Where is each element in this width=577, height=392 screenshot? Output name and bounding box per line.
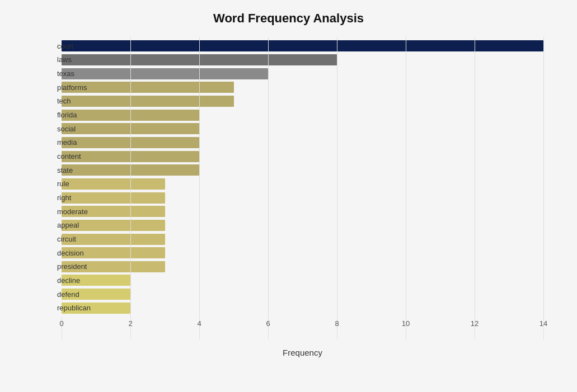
bar-row: court	[62, 39, 543, 53]
x-tick-label: 8	[335, 319, 339, 328]
bar-wrapper: media	[62, 136, 543, 149]
bar-row: laws	[62, 53, 543, 67]
x-tick-label: 0	[59, 319, 63, 328]
bar-wrapper: rule	[62, 178, 543, 190]
bar-row: decision	[62, 246, 543, 260]
bar-wrapper: president	[62, 261, 543, 273]
bar-wrapper: right	[62, 192, 543, 204]
bar	[62, 234, 165, 245]
x-tick-label: 4	[197, 319, 201, 328]
bar-wrapper: circuit	[62, 233, 543, 245]
bar	[62, 96, 234, 107]
bar	[62, 40, 543, 51]
bar-row: content	[62, 149, 543, 163]
bar	[62, 54, 337, 65]
bar	[62, 110, 199, 121]
bar-wrapper: tech	[62, 95, 543, 107]
x-tick-label: 2	[128, 319, 132, 328]
bar	[62, 178, 165, 190]
chart-container: Word Frequency Analysis courtlawstexaspl…	[0, 0, 577, 392]
bars-area: courtlawstexasplatformstechfloridasocial…	[62, 37, 543, 317]
x-tick-label: 12	[471, 319, 479, 328]
x-tick-label: 6	[266, 319, 270, 328]
bar-wrapper: decision	[62, 247, 543, 259]
bar-row: social	[62, 122, 543, 136]
bar-wrapper: texas	[62, 68, 543, 80]
bar-wrapper: republican	[62, 302, 543, 314]
bar-wrapper: defend	[62, 288, 543, 300]
bar-wrapper: moderate	[62, 205, 543, 218]
bar-row: media	[62, 136, 543, 150]
bar-row: tech	[62, 95, 543, 108]
bar-row: defend	[62, 287, 543, 301]
bar	[62, 123, 199, 134]
x-tick-label: 14	[540, 319, 547, 328]
x-axis: 02468101214Frequency	[62, 317, 543, 339]
bar	[62, 192, 165, 204]
bar-row: moderate	[62, 205, 543, 219]
bar	[62, 68, 268, 79]
bar	[62, 137, 199, 148]
bar-row: texas	[62, 67, 543, 81]
bar-row: circuit	[62, 232, 543, 246]
bar-wrapper: social	[62, 122, 543, 135]
bar-row: right	[62, 191, 543, 205]
bar-wrapper: decline	[62, 274, 543, 286]
x-tick-label: 10	[402, 319, 410, 328]
bar-wrapper: court	[62, 40, 543, 52]
bar	[62, 151, 199, 162]
bar-wrapper: content	[62, 150, 543, 163]
bar-row: rule	[62, 177, 543, 191]
grid-line-bg	[543, 37, 544, 317]
bar	[62, 164, 199, 176]
chart-area: courtlawstexasplatformstechfloridasocial…	[62, 37, 543, 339]
bar-row: platforms	[62, 81, 543, 95]
bar	[62, 82, 234, 93]
bar-row: appeal	[62, 219, 543, 233]
x-axis-label: Frequency	[283, 348, 322, 357]
bar-wrapper: state	[62, 164, 543, 176]
bar-wrapper: appeal	[62, 219, 543, 232]
bar-row: president	[62, 260, 543, 274]
bar-row: republican	[62, 301, 543, 315]
bar-wrapper: florida	[62, 109, 543, 121]
bar-row: florida	[62, 108, 543, 122]
bar-row: decline	[62, 273, 543, 287]
chart-title: Word Frequency Analysis	[34, 11, 543, 26]
bar-wrapper: laws	[62, 54, 543, 66]
bar-row: state	[62, 163, 543, 177]
bar-wrapper: platforms	[62, 81, 543, 93]
